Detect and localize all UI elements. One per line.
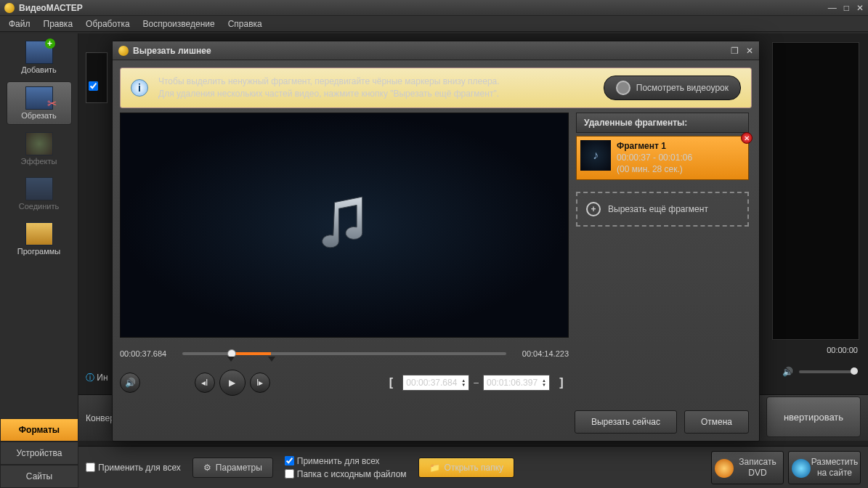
fragment-range: 00:00:37 - 00:01:06 <box>617 152 692 163</box>
tab-sites[interactable]: Сайты <box>0 465 78 488</box>
sidebar: Добавить Обрезать Эффекты Соединить Прог… <box>0 33 78 488</box>
player: 00:00:37.684 00:04:14.223 🔊 ◂I ▶ I▸ <box>120 113 569 396</box>
timeline: 00:00:37.684 00:04:14.223 <box>120 348 569 359</box>
marker-in[interactable] <box>227 357 235 362</box>
step-back-button[interactable]: ◂I <box>195 373 215 393</box>
bracket-in-icon[interactable]: [ <box>384 374 398 391</box>
globe-icon <box>792 459 811 478</box>
app-title: ВидеоМАСТЕР <box>19 3 83 13</box>
timeline-track[interactable] <box>182 348 506 359</box>
sidebar-programs[interactable]: Программы <box>7 218 72 260</box>
trim-modal: Вырезать лишнее ❐ ✕ i Чтобы выделить нен… <box>112 41 760 442</box>
menu-process[interactable]: Обработка <box>80 17 136 30</box>
tab-devices[interactable]: Устройства <box>0 442 78 465</box>
step-fwd-button[interactable]: I▸ <box>250 373 270 393</box>
add-icon <box>25 41 53 64</box>
fragment-item[interactable]: ♪ Фрагмент 1 00:00:37 - 00:01:06 (00 мин… <box>576 136 749 180</box>
close-icon[interactable]: ✕ <box>856 3 864 13</box>
scissors-icon <box>25 86 53 110</box>
minimize-icon[interactable]: — <box>828 3 837 13</box>
timeline-selection <box>230 352 271 355</box>
menu-playback[interactable]: Воспроизведение <box>137 17 221 30</box>
webcam-icon <box>616 81 630 95</box>
add-fragment-button[interactable]: + Вырезать ещё фрагмент <box>576 192 749 227</box>
publish-web-button[interactable]: Разместитьна сайте <box>788 451 861 484</box>
tab-formats[interactable]: Форматы <box>0 418 78 442</box>
sidebar-effects[interactable]: Эффекты <box>7 128 72 170</box>
modal-logo-icon <box>118 46 129 56</box>
fragments-heading: Удаленные фрагменты: <box>576 113 749 133</box>
info-hint: ⓘ Ин <box>86 372 108 384</box>
out-timecode-field[interactable]: 00:01:06.397▲▼ <box>483 375 550 391</box>
in-timecode-field[interactable]: 00:00:37.684▲▼ <box>402 375 469 391</box>
marker-out[interactable] <box>268 357 275 362</box>
music-note-icon <box>317 194 372 256</box>
app-logo-icon <box>4 3 15 13</box>
gear-icon: ⚙ <box>203 463 211 473</box>
sidebar-add[interactable]: Добавить <box>7 36 72 78</box>
clip-thumb[interactable] <box>86 52 108 103</box>
burn-dvd-button[interactable]: ЗаписатьDVD <box>711 451 784 484</box>
plus-icon: + <box>586 202 601 216</box>
play-button[interactable]: ▶ <box>219 370 246 396</box>
convert-button[interactable]: нвертировать <box>766 396 861 437</box>
hint-line-1: Чтобы выделить ненужный фрагмент, передв… <box>158 76 593 88</box>
video-lesson-button[interactable]: Посмотреть видеоурок <box>604 76 741 100</box>
timecode-left: 00:00:37.684 <box>120 349 175 358</box>
hint-banner: i Чтобы выделить ненужный фрагмент, пере… <box>120 68 752 108</box>
fragment-thumb-icon: ♪ <box>580 140 611 171</box>
fragment-remove-icon[interactable]: ✕ <box>741 132 753 144</box>
menu-file[interactable]: Файл <box>3 17 36 30</box>
apply-all-checkbox-2[interactable]: Применить для всех <box>285 456 407 466</box>
cancel-button[interactable]: Отмена <box>684 410 749 434</box>
modal-title: Вырезать лишнее <box>133 46 211 56</box>
range-dash: – <box>474 378 479 388</box>
menu-help[interactable]: Справка <box>222 17 268 30</box>
effects-icon <box>25 132 53 155</box>
cut-now-button[interactable]: Вырезать сейчас <box>575 410 677 434</box>
sidebar-trim[interactable]: Обрезать <box>7 81 72 125</box>
info-icon: i <box>131 79 148 97</box>
src-folder-checkbox[interactable]: Папка с исходным файлом <box>285 469 407 479</box>
hint-line-2: Для удаления нескольких частей видео, на… <box>158 88 593 100</box>
player-screen[interactable] <box>120 113 569 338</box>
volume-icon[interactable]: 🔊 <box>782 367 793 377</box>
menubar: Файл Правка Обработка Воспроизведение Сп… <box>0 16 868 32</box>
volume-slider[interactable] <box>799 370 855 373</box>
fragment-duration: (00 мин. 28 сек.) <box>617 164 683 174</box>
maximize-icon[interactable]: □ <box>844 3 849 13</box>
timecode-right: 00:04:14.223 <box>514 349 569 358</box>
bracket-out-icon[interactable]: ] <box>554 374 569 391</box>
preview-area <box>772 42 859 340</box>
params-button[interactable]: ⚙Параметры <box>192 458 273 478</box>
apply-all-checkbox[interactable]: Применить для всех <box>86 463 181 473</box>
modal-restore-icon[interactable]: ❐ <box>731 46 739 56</box>
programs-icon <box>25 222 53 245</box>
dvd-icon <box>715 459 734 478</box>
open-folder-button[interactable]: 📁 Открыть папку <box>418 458 515 478</box>
preview-time: 00:00:00 <box>827 346 858 354</box>
sidebar-join[interactable]: Соединить <box>7 173 72 215</box>
menu-edit[interactable]: Правка <box>38 17 79 30</box>
mute-button[interactable]: 🔊 <box>120 373 140 393</box>
modal-titlebar: Вырезать лишнее ❐ ✕ <box>113 41 759 60</box>
join-icon <box>25 177 53 200</box>
fragment-name: Фрагмент 1 <box>617 141 666 151</box>
titlebar: ВидеоМАСТЕР — □ ✕ <box>0 0 868 16</box>
modal-close-icon[interactable]: ✕ <box>746 46 753 56</box>
clip-checkbox[interactable] <box>89 81 98 91</box>
bottom-strip: Применить для всех ⚙Параметры Применить … <box>78 446 868 488</box>
fragments-panel: Удаленные фрагменты: ♪ Фрагмент 1 00:00:… <box>576 113 749 396</box>
